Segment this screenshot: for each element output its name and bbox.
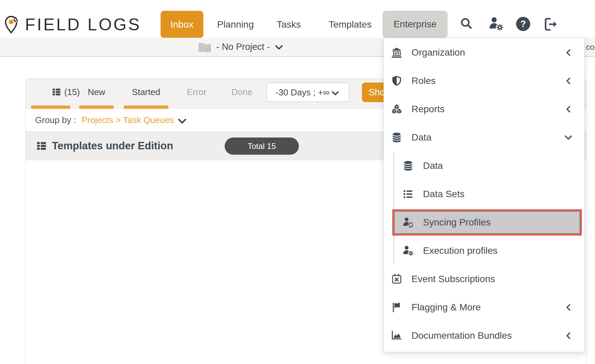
map-pin-signal-icon <box>2 14 20 34</box>
tab-started[interactable]: Started <box>132 79 160 105</box>
chart-area-icon <box>391 330 403 341</box>
chevron-down-icon <box>564 133 573 142</box>
chevron-left-icon <box>565 49 573 57</box>
menu-item-label: Documentation Bundles <box>412 330 512 341</box>
menu-item-data-sub[interactable]: Data <box>384 152 584 180</box>
project-selector-label: - No Project - <box>216 42 270 52</box>
active-tab-underline <box>31 105 70 109</box>
folder-gear-icon <box>198 41 212 53</box>
nav-item-templates[interactable]: Templates <box>329 19 372 30</box>
menu-item-label: Reports <box>412 104 445 115</box>
tab-label: Done <box>231 87 252 97</box>
date-range-value: -30 Days ; +∞ <box>276 87 329 98</box>
enterprise-menu: Organization Roles <box>384 38 585 352</box>
help-icon[interactable]: ? <box>516 17 530 31</box>
menu-item-roles[interactable]: Roles <box>384 67 584 95</box>
nav-item-tasks[interactable]: Tasks <box>277 19 301 30</box>
list-bullets-icon <box>402 188 414 200</box>
menu-item-label: Event Subscriptions <box>412 274 495 284</box>
tab-done[interactable]: Done <box>231 79 252 105</box>
nav-item-enterprise[interactable]: Enterprise <box>382 11 448 38</box>
active-tab-underline <box>79 105 114 109</box>
flag-icon <box>391 302 403 313</box>
sign-out-icon[interactable] <box>543 17 559 32</box>
project-selector[interactable]: - No Project - <box>198 38 284 56</box>
nav-item-inbox[interactable]: Inbox <box>161 11 203 38</box>
bank-icon <box>391 47 403 58</box>
menu-item-organization[interactable]: Organization <box>384 38 584 67</box>
menu-item-execution-profiles[interactable]: Execution profiles <box>384 237 584 265</box>
chevron-left-icon <box>565 332 573 340</box>
menu-item-data[interactable]: Data <box>384 123 584 152</box>
tab-label: Error <box>187 87 206 97</box>
cubes-icon <box>391 103 403 115</box>
date-range-select[interactable]: -30 Days ; +∞ <box>266 83 349 102</box>
menu-item-label: Syncing Profiles <box>423 217 491 228</box>
group-by-value[interactable]: Projects > Task Queues <box>82 115 174 125</box>
nav-item-label: Inbox <box>170 19 194 30</box>
clipped-background-text: con <box>586 42 595 52</box>
menu-item-syncing-profiles[interactable]: Syncing Profiles <box>384 208 584 237</box>
user-gear-icon[interactable] <box>488 16 504 32</box>
database-icon <box>391 132 403 143</box>
nav-item-label: Enterprise <box>394 19 437 30</box>
menu-item-label: Data <box>423 160 443 171</box>
show-button-label: Sho <box>369 87 385 98</box>
total-badge: Total 15 <box>225 138 299 155</box>
chevron-down-icon[interactable] <box>177 116 187 126</box>
menu-item-label: Roles <box>412 75 436 86</box>
logo[interactable] <box>2 14 20 34</box>
chevron-down-icon <box>331 89 340 97</box>
navbar: FIELD LOGS Inbox Planning Tasks Template… <box>0 0 595 38</box>
chevron-left-icon <box>565 303 573 311</box>
tab-new[interactable]: New <box>88 79 105 105</box>
tab-error[interactable]: Error <box>187 79 206 105</box>
chevron-left-icon <box>565 77 573 85</box>
chevron-down-icon <box>274 42 284 52</box>
calendar-x-icon <box>391 273 403 285</box>
nav-item-planning[interactable]: Planning <box>217 19 254 30</box>
menu-item-label: Flagging & More <box>412 302 481 313</box>
list-icon <box>36 141 47 151</box>
shield-icon <box>391 75 403 87</box>
brand-title: FIELD LOGS <box>25 15 141 34</box>
section-title: Templates under Edition <box>52 140 173 152</box>
menu-item-documentation-bundles[interactable]: Documentation Bundles <box>384 322 584 350</box>
menu-item-event-subscriptions[interactable]: Event Subscriptions <box>384 265 584 293</box>
menu-item-label: Data <box>412 132 431 143</box>
menu-item-reports[interactable]: Reports <box>384 95 584 123</box>
user-gear-icon <box>402 245 414 256</box>
tab-all-count[interactable]: (15) <box>52 79 80 105</box>
group-by-label: Group by : <box>35 115 79 125</box>
user-sync-icon <box>402 217 414 228</box>
tab-label: New <box>88 87 105 97</box>
menu-item-label: Data Sets <box>423 189 464 200</box>
chevron-left-icon <box>565 105 573 113</box>
active-tab-underline <box>124 105 168 109</box>
search-icon[interactable] <box>459 17 474 31</box>
tab-label: (15) <box>64 87 80 97</box>
menu-item-data-sets[interactable]: Data Sets <box>384 180 584 208</box>
menu-item-flagging-more[interactable]: Flagging & More <box>384 293 584 322</box>
help-glyph: ? <box>520 19 526 29</box>
menu-item-label: Organization <box>412 47 465 58</box>
list-icon <box>52 87 61 97</box>
tab-label: Started <box>132 87 160 97</box>
database-icon <box>402 160 414 172</box>
menu-item-label: Execution profiles <box>423 245 498 256</box>
